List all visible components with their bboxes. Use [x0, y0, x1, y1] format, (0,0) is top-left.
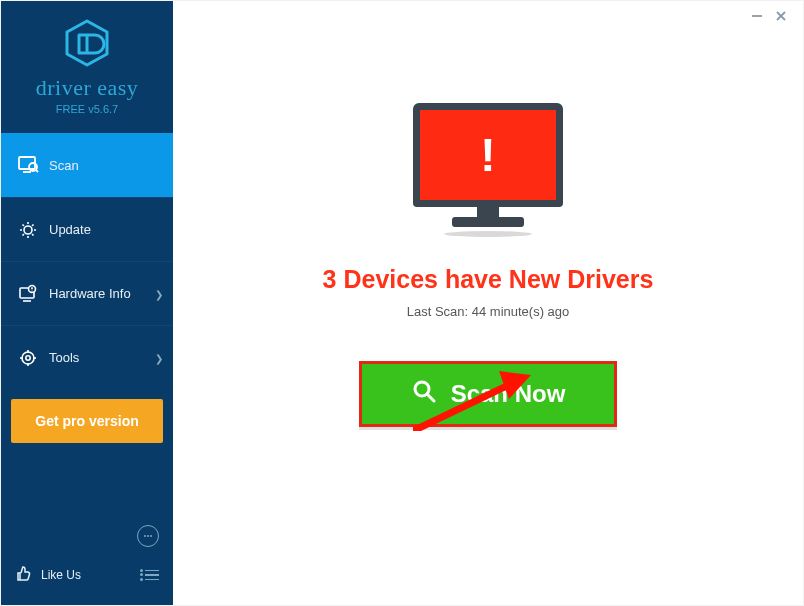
get-pro-button[interactable]: Get pro version: [11, 399, 163, 443]
sidebar-nav: Scan Update: [1, 133, 173, 389]
alert-monitor-icon: !: [413, 103, 563, 237]
svg-point-24: [415, 382, 429, 396]
brand-logo-icon: [65, 53, 109, 70]
sidebar-item-label: Hardware Info: [49, 286, 131, 301]
main-panel: ! 3 Devices have New Drivers Last Scan: …: [173, 1, 803, 605]
menu-list-icon[interactable]: [145, 570, 159, 581]
status-headline: 3 Devices have New Drivers: [323, 265, 654, 294]
sidebar-item-label: Update: [49, 222, 91, 237]
window-close-button[interactable]: [769, 4, 793, 28]
sidebar: driver easy FREE v5.6.7 Scan: [1, 1, 173, 605]
brand-block: driver easy FREE v5.6.7: [1, 1, 173, 127]
chevron-right-icon: ❯: [155, 352, 163, 363]
app-window: driver easy FREE v5.6.7 Scan: [1, 1, 803, 605]
svg-point-19: [147, 535, 149, 537]
sidebar-item-scan[interactable]: Scan: [1, 133, 173, 197]
title-bar: [173, 1, 803, 31]
like-us-label: Like Us: [41, 568, 81, 582]
window-minimize-button[interactable]: [745, 4, 769, 28]
feedback-icon[interactable]: [137, 525, 159, 547]
chevron-right-icon: ❯: [155, 288, 163, 299]
brand-name: driver easy: [1, 75, 173, 101]
content-area: ! 3 Devices have New Drivers Last Scan: …: [173, 31, 803, 605]
svg-point-6: [24, 226, 32, 234]
search-icon: [411, 378, 437, 410]
sidebar-item-label: Tools: [49, 350, 79, 365]
sidebar-item-update[interactable]: Update: [1, 197, 173, 261]
sidebar-item-label: Scan: [49, 158, 79, 173]
hardware-icon: [15, 284, 41, 304]
like-us-button[interactable]: Like Us: [1, 557, 173, 593]
brand-version: FREE v5.6.7: [1, 103, 173, 115]
sidebar-item-hardware-info[interactable]: Hardware Info ❯: [1, 261, 173, 325]
scan-icon: [15, 154, 41, 176]
svg-point-13: [26, 355, 30, 359]
svg-point-12: [22, 352, 34, 364]
svg-line-25: [428, 395, 434, 401]
scan-now-button[interactable]: Scan Now: [359, 361, 617, 427]
tools-icon: [15, 348, 41, 368]
svg-point-11: [31, 290, 32, 291]
sidebar-item-tools[interactable]: Tools ❯: [1, 325, 173, 389]
sidebar-footer: Like Us: [1, 517, 173, 605]
svg-line-5: [36, 170, 38, 172]
last-scan-label: Last Scan: 44 minute(s) ago: [407, 304, 570, 319]
update-icon: [15, 220, 41, 240]
get-pro-label: Get pro version: [35, 413, 138, 429]
svg-point-18: [144, 535, 146, 537]
scan-now-label: Scan Now: [451, 380, 566, 408]
thumbs-up-icon: [15, 565, 33, 586]
svg-point-20: [150, 535, 152, 537]
